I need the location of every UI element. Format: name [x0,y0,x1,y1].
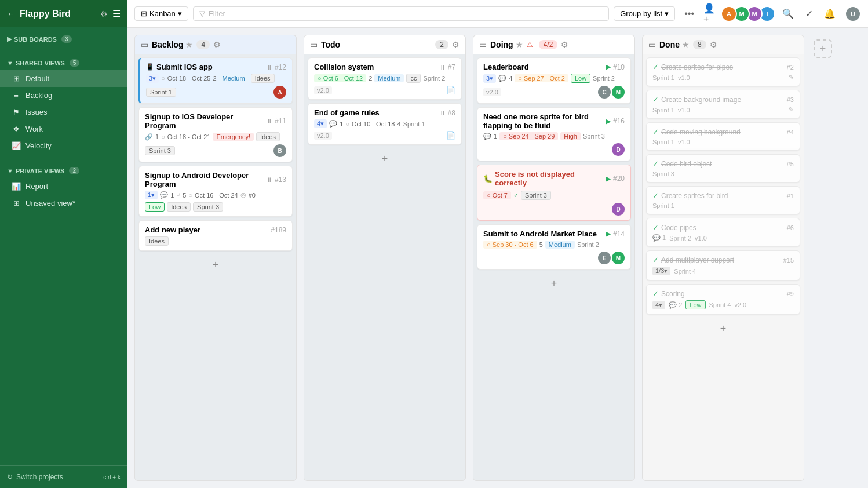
sprite-avatar: D [612,143,625,156]
more-options-button[interactable]: ••• [680,6,699,21]
pause-icon-3: ⏸ [266,176,272,183]
leaderboard-version: v2.0 [483,88,501,96]
card-bg-image: ✓ Create background image #3 Sprint 1 v1… [646,90,800,119]
user-avatar[interactable]: U [845,6,861,22]
add-column-btn[interactable]: + [814,39,832,58]
end-game-date: Oct 10 - Oct 18 [352,121,395,128]
code-pipes-title: Code pipes [661,224,696,232]
backlog-gear-icon[interactable]: ⚙ [213,40,221,49]
play-icon-4: ▶ [606,230,611,238]
card-add-player: Add new player #189 Idees [138,220,293,251]
done-collapse-icon[interactable]: ▭ [648,40,656,49]
bug-icon: 🐛 [483,174,493,183]
multiplayer-pill[interactable]: 1/3▾ [652,267,670,275]
android-sprint: Sprint 3 [193,202,223,212]
doing-collapse-icon[interactable]: ▭ [479,40,487,49]
signup-android-title: Signup to Android Developer Program [145,171,264,188]
gear-icon[interactable]: ⚙ [100,9,108,19]
comment-icon-3: 💬 [498,75,506,82]
check-scoring: ✓ [652,289,659,298]
ios-sprint-pill[interactable]: 3▾ [146,74,159,83]
score-title: Score is not displayed correctly [495,170,604,187]
collision-medium: Medium [374,74,404,82]
backlog-body: 📱 Submit iOS app ⏸ #12 3▾ ○ Oct 18 - Oct… [134,54,297,481]
bell-icon[interactable]: 🔔 [822,6,838,22]
kanban-button[interactable]: ⊞ Kanban ▾ [134,6,188,21]
add-member-icon[interactable]: 👤+ [703,6,720,22]
leaderboard-avatar-1: C [598,86,611,99]
sidebar-item-work[interactable]: ❖ Work [0,121,127,137]
switch-projects-btn[interactable]: ↻ Switch projects ctrl + k [0,465,127,488]
sidebar-item-velocity[interactable]: 📈 Velocity [0,137,127,154]
doing-add-btn[interactable]: + [477,273,631,294]
code-bg-num: #4 [787,129,794,136]
filter-input[interactable]: ▽ Filter [193,6,609,21]
multiplayer-title: Add multiplayer support [661,256,734,264]
ios-tag-medium: Medium [219,74,249,82]
column-doing-header: ▭ Doing ★ ⚠ 4/2 ⚙ [473,35,635,54]
todo-count: 2 [435,40,448,49]
back-icon[interactable]: ← [7,9,15,19]
scoring-pill[interactable]: 4▾ [652,301,665,309]
comment-icon-4: 💬 [483,133,491,140]
pipes-title: Create sprites for pipes [661,63,733,71]
app-title: Flappy Bird [20,9,96,19]
sub-boards-header[interactable]: ▶ SUB BOARDS 3 [0,32,127,46]
end-game-comment: 1 [340,121,343,128]
clock-icon-2: ○ [161,133,165,140]
menu-icon[interactable]: ☰ [112,8,121,19]
sidebar-item-backlog[interactable]: ≡ Backlog [0,87,127,104]
work-icon: ❖ [12,125,21,133]
backlog-count: 4 [196,40,210,49]
check-icon[interactable]: ✓ [801,6,817,22]
search-icon[interactable]: 🔍 [780,6,796,22]
avatar-group: A M M I [724,6,775,22]
todo-gear-icon[interactable]: ⚙ [452,40,459,49]
signup-ios-link-count: 1 [155,133,159,140]
refresh-icon: ↻ [7,473,13,481]
code-bg-version: v1.0 [678,139,690,145]
sprites-bird-sprint: Sprint 1 [652,202,674,209]
card-end-game: End of game rules ⏸ #8 4▾ 💬 1 ○ Oct 10 -… [308,103,462,145]
group-by-button[interactable]: Group by list ▾ [614,6,675,21]
doing-star-icon[interactable]: ★ [516,40,523,49]
collision-date: ○ Oct 6 - Oct 12 [314,74,366,82]
backlog-collapse-icon[interactable]: ▭ [141,40,148,49]
todo-add-btn[interactable]: + [308,148,462,170]
backlog-add-btn[interactable]: + [138,254,293,276]
shared-views-header[interactable]: ▼ SHARED VIEWS 5 [0,56,127,70]
done-add-btn[interactable]: + [646,318,800,340]
target-icon: ◎ [240,191,246,199]
check-multiplayer: ✓ [652,256,659,264]
end-game-pill[interactable]: 4▾ [314,119,327,128]
done-gear-icon[interactable]: ⚙ [710,40,717,49]
backlog-star-icon[interactable]: ★ [185,40,193,49]
sidebar-item-default[interactable]: ⊞ Default [0,70,127,87]
sidebar-item-unsaved[interactable]: ⊞ Unsaved view* [0,195,127,212]
private-views-section: ▼ PRIVATE VIEWS 2 📊 Report ⊞ Unsaved vie… [0,159,127,216]
check-icon-score: ✓ [513,192,519,199]
leaderboard-pill[interactable]: 3▾ [483,74,496,83]
android-sprint-pill[interactable]: 1▾ [145,191,158,199]
velocity-icon: 📈 [12,141,21,150]
android-tag-low: Low [145,202,165,212]
column-backlog-header: ▭ Backlog ★ 4 ⚙ [134,35,297,54]
leaderboard-num: #10 [613,63,625,71]
card-code-bg: ✓ Code moving background #4 Sprint 1 v1.… [646,122,800,151]
sprite-date: ○ Sep 24 - Sep 29 [499,132,558,140]
scoring-num: #9 [787,290,794,297]
column-done: ▭ Done ★ 8 ⚙ ✓ Create sprites for pipes [642,35,804,481]
ios-sprint-1: Sprint 1 [146,88,176,97]
signup-ios-num: #11 [275,117,286,125]
ios-tag-idees: Idees [251,74,275,83]
topbar-right: 👤+ A M M I 🔍 ✓ 🔔 U [703,6,861,22]
doing-gear-icon[interactable]: ⚙ [561,40,568,49]
todo-title: Todo [321,40,432,49]
todo-collapse-icon[interactable]: ▭ [310,40,318,49]
main-area: ⊞ Kanban ▾ ▽ Filter Group by list ▾ ••• … [127,0,868,488]
sidebar-item-report[interactable]: 📊 Report [0,178,127,195]
pause-icon: ⏸ [266,64,272,71]
private-views-header[interactable]: ▼ PRIVATE VIEWS 2 [0,163,127,178]
sidebar-item-issues[interactable]: ⚑ Issues [0,104,127,121]
done-star-icon[interactable]: ★ [682,40,690,49]
